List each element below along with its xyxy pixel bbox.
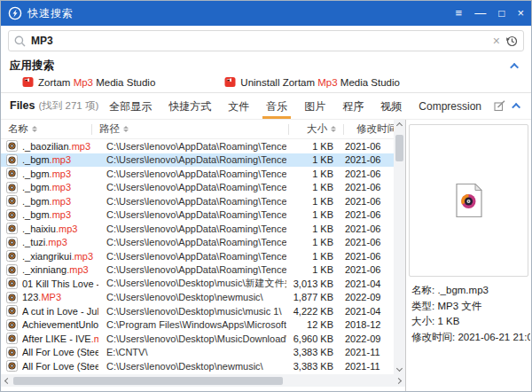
files-table: 名称 路径 大小 修改时间 ._baozilian.mp3C:\Users\le… <box>1 120 405 392</box>
files-tab-4[interactable]: 图片 <box>304 93 325 120</box>
audio-file-icon <box>6 278 18 289</box>
file-path: C:\Users\lenovo\AppData\Roaming\Tencent\… <box>98 196 286 207</box>
file-date: 2022-09 <box>345 292 385 302</box>
files-tab-2[interactable]: 文件 <box>228 93 249 120</box>
file-date: 2021-04 <box>345 278 385 289</box>
search-box[interactable]: × <box>8 30 524 51</box>
horizontal-scroll-thumb[interactable] <box>13 377 283 385</box>
app-search-item[interactable]: Uninstall Zortam Mp3 Media Studio <box>224 76 400 88</box>
collapse-files-icon[interactable] <box>512 103 520 112</box>
edit-filters-icon[interactable] <box>494 100 505 112</box>
file-row[interactable]: AchievementUnlocked....C:\Program Files\… <box>1 318 394 333</box>
app-search-item[interactable]: Zortam Mp3 Media Studio <box>22 76 155 88</box>
file-size: 4,222 KB <box>286 306 333 317</box>
audio-file-icon <box>6 154 18 166</box>
audio-file-icon <box>6 195 18 207</box>
collapse-app-search-icon[interactable] <box>510 62 519 71</box>
file-row[interactable]: ._bgm.mp3C:\Users\lenovo\AppData\Roaming… <box>1 208 394 223</box>
files-header: Files(找到 271 项) 全部显示快捷方式文件音乐图片程序视频Compre… <box>1 93 531 120</box>
file-row[interactable]: ._bgm.mp3C:\Users\lenovo\AppData\Roaming… <box>1 181 394 195</box>
horizontal-scrollbar[interactable] <box>1 374 405 387</box>
file-detail-line: 名称: ._bgm.mp3 <box>411 283 530 299</box>
file-detail-line: 大小: 1 KB <box>411 314 530 330</box>
audio-file-icon <box>6 237 18 248</box>
file-row[interactable]: ._baozilian.mp3C:\Users\lenovo\AppData\R… <box>1 139 394 153</box>
file-size: 1 KB <box>286 223 333 234</box>
scroll-down-icon[interactable] <box>396 365 403 372</box>
file-size: 1,877 KB <box>286 292 333 302</box>
audio-file-icon <box>6 250 18 262</box>
audio-file-icon <box>6 168 18 179</box>
file-row[interactable]: ._tuzi.mp3C:\Users\lenovo\AppData\Roamin… <box>1 236 394 250</box>
file-rows: ._baozilian.mp3C:\Users\lenovo\AppData\R… <box>1 139 394 373</box>
file-name: ._bgm.mp3 <box>22 169 98 179</box>
preview-image-box <box>409 124 528 277</box>
file-row[interactable]: All For Love (Steerner ...C:\Users\lenov… <box>1 359 394 373</box>
file-path: C:\Users\lenovo\AppData\Roaming\Tencent\… <box>98 169 286 179</box>
file-name: All For Love (Steerner ... <box>22 361 98 372</box>
file-path: C:\Program Files\WindowsApps\Microsoft.X… <box>98 319 286 330</box>
file-name: ._tuzi.mp3 <box>22 237 98 247</box>
files-tab-6[interactable]: 视频 <box>380 93 402 120</box>
file-row[interactable]: ._bgm.mp3C:\Users\lenovo\AppData\Roaming… <box>1 167 394 181</box>
files-tab-3[interactable]: 音乐 <box>266 93 287 120</box>
file-row[interactable]: ._bgm.mp3C:\Users\lenovo\AppData\Roaming… <box>1 153 394 168</box>
file-date: 2021-06 <box>345 169 385 179</box>
files-tab-1[interactable]: 快捷方式 <box>168 93 211 120</box>
files-count: (找到 271 项) <box>39 100 99 111</box>
column-header-name[interactable]: 名称 <box>1 122 91 136</box>
file-row[interactable]: A cut in Love - July.mp3C:\Users\lenovo\… <box>1 304 394 318</box>
file-row[interactable]: ._haixiu.mp3C:\Users\lenovo\AppData\Roam… <box>1 222 394 236</box>
search-icon <box>14 35 26 47</box>
mp3-file-preview-icon <box>455 183 483 218</box>
files-tab-0[interactable]: 全部显示 <box>109 93 152 120</box>
file-row[interactable]: After LIKE - IVE.mp3C:\Users\lenovo\Desk… <box>1 332 394 346</box>
file-size: 3,383 KB <box>286 361 333 372</box>
file-path: C:\Users\lenovo\AppData\Roaming\Tencent\… <box>98 223 286 234</box>
file-date: 2021-06 <box>345 154 385 165</box>
file-path: C:\Users\lenovo\AppData\Roaming\Tencent\… <box>98 209 286 220</box>
file-row[interactable]: ._bgm.mp3C:\Users\lenovo\AppData\Roaming… <box>1 194 394 208</box>
file-row[interactable]: ._xinniang.mp3C:\Users\lenovo\AppData\Ro… <box>1 263 394 278</box>
sort-icon <box>123 126 129 132</box>
files-tab-5[interactable]: 程序 <box>342 93 364 120</box>
app-search-title: 应用搜索 <box>10 59 54 74</box>
column-header-path[interactable]: 路径 <box>92 122 288 136</box>
scroll-up-icon[interactable] <box>396 122 403 129</box>
file-path: C:\Users\lenovo\AppData\Roaming\Tencent\… <box>98 251 286 262</box>
file-size: 1 KB <box>286 154 333 165</box>
files-tabs: 全部显示快捷方式文件音乐图片程序视频Compression <box>109 93 481 120</box>
maximize-button[interactable]: □ <box>498 1 505 26</box>
close-button[interactable]: × <box>517 1 524 26</box>
file-row[interactable]: 123.MP3C:\Users\lenovo\Desktop\newmusic\… <box>1 291 394 305</box>
search-history-icon[interactable] <box>505 35 518 47</box>
menu-button[interactable]: ≡ <box>456 1 463 26</box>
column-header-size[interactable]: 大小 <box>289 122 336 136</box>
file-path: C:\Users\lenovo\AppData\Roaming\Tencent\… <box>98 182 286 192</box>
file-date: 2021-11 <box>345 361 385 372</box>
app-window: 快速搜索 ≡ — □ × × <box>0 0 532 392</box>
file-name: A cut in Love - July.mp3 <box>22 306 98 317</box>
file-row[interactable]: All For Love (Steerner ...E:\CNTV\3,383 … <box>1 346 394 360</box>
file-path: C:\Users\lenovo\AppData\Roaming\Tencent\… <box>98 154 286 165</box>
files-tab-7[interactable]: Compression <box>419 93 481 120</box>
file-name: ._bgm.mp3 <box>22 182 98 192</box>
search-input[interactable] <box>31 35 493 47</box>
file-date: 2021-06 <box>345 141 385 152</box>
vertical-scrollbar[interactable] <box>394 120 405 374</box>
app-items: Zortam Mp3 Media StudioUninstall Zortam … <box>1 74 531 88</box>
scroll-right-icon[interactable] <box>395 377 402 383</box>
audio-file-icon <box>6 292 18 303</box>
file-path: C:\Users\lenovo\Desktop\music\music 1\ <box>98 306 286 317</box>
clear-search-icon[interactable]: × <box>493 35 500 47</box>
audio-file-icon <box>6 140 18 152</box>
file-row[interactable]: 01 Kill This Love - BLAC...C:\Users\leno… <box>1 277 394 291</box>
file-path: C:\Users\lenovo\Desktop\newmusic\ <box>98 361 286 372</box>
vertical-scroll-thumb[interactable] <box>395 135 403 161</box>
app-search-section: 应用搜索 Zortam Mp3 Media StudioUninstall Zo… <box>1 56 531 93</box>
file-name: ._xinniang.mp3 <box>22 264 98 275</box>
file-path: C:\Users\lenovo\Desktop\MusicDownload\ <box>98 333 286 344</box>
scroll-left-icon[interactable] <box>4 377 11 383</box>
file-row[interactable]: ._xiangrikui.mp3C:\Users\lenovo\AppData\… <box>1 249 394 263</box>
minimize-button[interactable]: — <box>474 1 486 26</box>
